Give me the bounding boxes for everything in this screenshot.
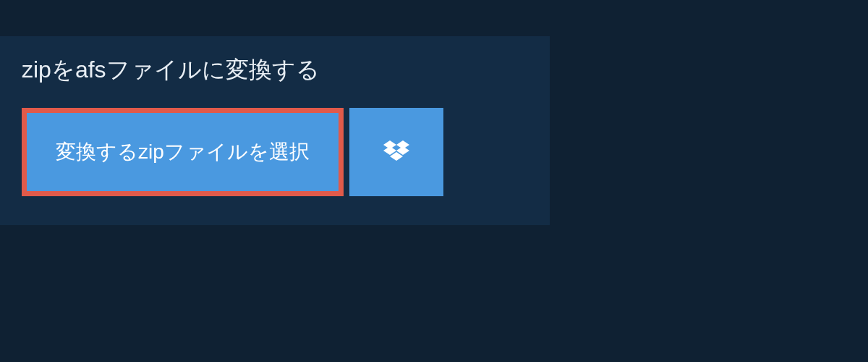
select-file-button[interactable]: 変換するzipファイルを選択: [22, 108, 344, 196]
converter-panel: zipをafsファイルに変換する 変換するzipファイルを選択: [0, 36, 550, 225]
dropbox-icon: [383, 140, 409, 164]
dropbox-button[interactable]: [349, 108, 443, 196]
select-file-label: 変換するzipファイルを選択: [56, 138, 310, 166]
page-title: zipをafsファイルに変換する: [0, 36, 550, 108]
button-row: 変換するzipファイルを選択: [0, 108, 550, 196]
